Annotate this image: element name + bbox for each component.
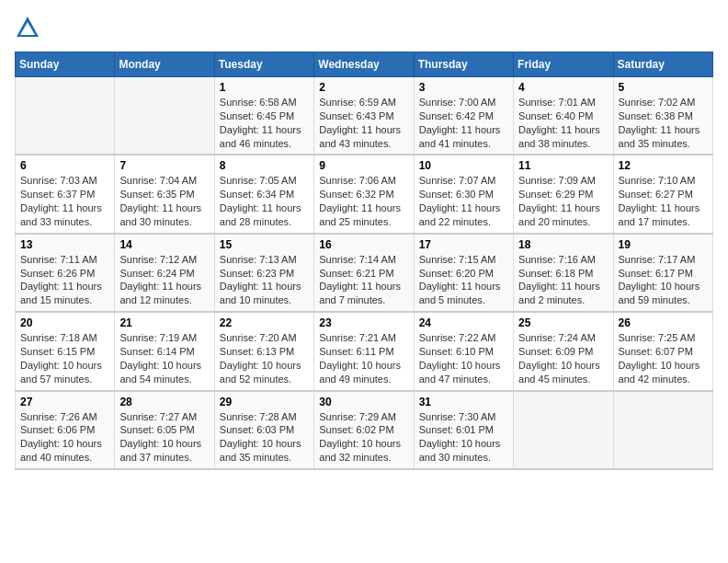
- header-row: SundayMondayTuesdayWednesdayThursdayFrid…: [16, 52, 713, 77]
- day-number: 12: [619, 159, 708, 172]
- calendar-cell: 4Sunrise: 7:01 AMSunset: 6:40 PMDaylight…: [514, 77, 613, 155]
- day-header-monday: Monday: [115, 52, 214, 77]
- calendar-cell: 11Sunrise: 7:09 AMSunset: 6:29 PMDayligh…: [514, 155, 613, 233]
- cell-content: Sunrise: 7:11 AMSunset: 6:26 PMDaylight:…: [20, 254, 102, 306]
- day-number: 27: [20, 396, 109, 408]
- day-header-saturday: Saturday: [613, 52, 712, 77]
- day-number: 21: [119, 316, 209, 329]
- cell-content: Sunrise: 7:21 AMSunset: 6:11 PMDaylight:…: [319, 332, 401, 385]
- day-number: 17: [419, 238, 508, 251]
- day-number: 11: [518, 159, 608, 172]
- day-number: 5: [619, 81, 708, 94]
- cell-content: Sunrise: 7:07 AMSunset: 6:30 PMDaylight:…: [419, 175, 501, 227]
- cell-content: Sunrise: 7:26 AMSunset: 6:06 PMDaylight:…: [20, 411, 102, 464]
- cell-content: Sunrise: 7:02 AMSunset: 6:38 PMDaylight:…: [619, 97, 700, 149]
- week-row-3: 13Sunrise: 7:11 AMSunset: 6:26 PMDayligh…: [16, 234, 713, 312]
- day-number: 28: [119, 396, 209, 408]
- calendar-cell: [613, 391, 712, 469]
- calendar-cell: 6Sunrise: 7:03 AMSunset: 6:37 PMDaylight…: [16, 155, 115, 233]
- calendar-header: SundayMondayTuesdayWednesdayThursdayFrid…: [16, 52, 713, 77]
- calendar-cell: 31Sunrise: 7:30 AMSunset: 6:01 PMDayligh…: [414, 391, 513, 469]
- calendar-cell: 16Sunrise: 7:14 AMSunset: 6:21 PMDayligh…: [314, 234, 414, 312]
- page-header: [15, 15, 713, 40]
- day-header-tuesday: Tuesday: [214, 52, 313, 77]
- calendar-cell: 20Sunrise: 7:18 AMSunset: 6:15 PMDayligh…: [16, 312, 115, 390]
- day-number: 25: [518, 316, 608, 329]
- calendar-cell: 22Sunrise: 7:20 AMSunset: 6:13 PMDayligh…: [214, 312, 313, 390]
- cell-content: Sunrise: 7:18 AMSunset: 6:15 PMDaylight:…: [20, 332, 102, 385]
- week-row-4: 20Sunrise: 7:18 AMSunset: 6:15 PMDayligh…: [16, 312, 713, 390]
- calendar-cell: 23Sunrise: 7:21 AMSunset: 6:11 PMDayligh…: [314, 312, 414, 390]
- calendar-table: SundayMondayTuesdayWednesdayThursdayFrid…: [15, 52, 713, 470]
- day-number: 3: [419, 81, 508, 94]
- calendar-cell: 7Sunrise: 7:04 AMSunset: 6:35 PMDaylight…: [115, 155, 214, 233]
- day-number: 1: [220, 81, 309, 94]
- cell-content: Sunrise: 7:05 AMSunset: 6:34 PMDaylight:…: [220, 175, 301, 227]
- cell-content: Sunrise: 7:10 AMSunset: 6:27 PMDaylight:…: [619, 175, 700, 227]
- calendar-cell: 24Sunrise: 7:22 AMSunset: 6:10 PMDayligh…: [414, 312, 513, 390]
- day-number: 29: [220, 396, 309, 408]
- day-number: 26: [619, 316, 708, 329]
- day-number: 6: [20, 159, 109, 172]
- day-header-friday: Friday: [514, 52, 613, 77]
- calendar-cell: 29Sunrise: 7:28 AMSunset: 6:03 PMDayligh…: [214, 391, 313, 469]
- day-number: 8: [220, 159, 309, 172]
- calendar-cell: 1Sunrise: 6:58 AMSunset: 6:45 PMDaylight…: [214, 77, 313, 155]
- cell-content: Sunrise: 7:04 AMSunset: 6:35 PMDaylight:…: [119, 175, 201, 227]
- day-number: 4: [518, 81, 608, 94]
- calendar-cell: 15Sunrise: 7:13 AMSunset: 6:23 PMDayligh…: [214, 234, 313, 312]
- calendar-cell: 28Sunrise: 7:27 AMSunset: 6:05 PMDayligh…: [115, 391, 214, 469]
- day-number: 9: [319, 159, 408, 172]
- cell-content: Sunrise: 7:19 AMSunset: 6:14 PMDaylight:…: [119, 332, 201, 385]
- calendar-cell: 8Sunrise: 7:05 AMSunset: 6:34 PMDaylight…: [214, 155, 313, 233]
- cell-content: Sunrise: 6:59 AMSunset: 6:43 PMDaylight:…: [319, 97, 401, 149]
- day-header-sunday: Sunday: [16, 52, 115, 77]
- cell-content: Sunrise: 7:14 AMSunset: 6:21 PMDaylight:…: [319, 254, 401, 306]
- cell-content: Sunrise: 7:03 AMSunset: 6:37 PMDaylight:…: [20, 175, 102, 227]
- day-number: 30: [319, 396, 408, 408]
- calendar-cell: 26Sunrise: 7:25 AMSunset: 6:07 PMDayligh…: [613, 312, 712, 390]
- day-number: 10: [419, 159, 508, 172]
- cell-content: Sunrise: 6:58 AMSunset: 6:45 PMDaylight:…: [220, 97, 301, 149]
- calendar-cell: 5Sunrise: 7:02 AMSunset: 6:38 PMDaylight…: [613, 77, 712, 155]
- day-number: 19: [619, 238, 708, 251]
- calendar-cell: 10Sunrise: 7:07 AMSunset: 6:30 PMDayligh…: [414, 155, 513, 233]
- day-header-thursday: Thursday: [414, 52, 513, 77]
- calendar-cell: 27Sunrise: 7:26 AMSunset: 6:06 PMDayligh…: [16, 391, 115, 469]
- day-number: 16: [319, 238, 408, 251]
- day-number: 2: [319, 81, 408, 94]
- calendar-cell: [514, 391, 613, 469]
- cell-content: Sunrise: 7:09 AMSunset: 6:29 PMDaylight:…: [518, 175, 600, 227]
- cell-content: Sunrise: 7:13 AMSunset: 6:23 PMDaylight:…: [220, 254, 301, 306]
- week-row-1: 1Sunrise: 6:58 AMSunset: 6:45 PMDaylight…: [16, 77, 713, 155]
- calendar-cell: 19Sunrise: 7:17 AMSunset: 6:17 PMDayligh…: [613, 234, 712, 312]
- week-row-2: 6Sunrise: 7:03 AMSunset: 6:37 PMDaylight…: [16, 155, 713, 233]
- cell-content: Sunrise: 7:22 AMSunset: 6:10 PMDaylight:…: [419, 332, 501, 385]
- calendar-cell: 13Sunrise: 7:11 AMSunset: 6:26 PMDayligh…: [16, 234, 115, 312]
- calendar-cell: 30Sunrise: 7:29 AMSunset: 6:02 PMDayligh…: [314, 391, 414, 469]
- day-number: 13: [20, 238, 109, 251]
- calendar-cell: 9Sunrise: 7:06 AMSunset: 6:32 PMDaylight…: [314, 155, 414, 233]
- cell-content: Sunrise: 7:17 AMSunset: 6:17 PMDaylight:…: [619, 254, 700, 306]
- day-number: 18: [518, 238, 608, 251]
- cell-content: Sunrise: 7:24 AMSunset: 6:09 PMDaylight:…: [518, 332, 600, 385]
- cell-content: Sunrise: 7:29 AMSunset: 6:02 PMDaylight:…: [319, 411, 401, 464]
- week-row-5: 27Sunrise: 7:26 AMSunset: 6:06 PMDayligh…: [16, 391, 713, 469]
- cell-content: Sunrise: 7:00 AMSunset: 6:42 PMDaylight:…: [419, 97, 501, 149]
- day-number: 24: [419, 316, 508, 329]
- cell-content: Sunrise: 7:15 AMSunset: 6:20 PMDaylight:…: [419, 254, 501, 306]
- cell-content: Sunrise: 7:28 AMSunset: 6:03 PMDaylight:…: [220, 411, 301, 464]
- calendar-cell: 21Sunrise: 7:19 AMSunset: 6:14 PMDayligh…: [115, 312, 214, 390]
- day-number: 7: [119, 159, 209, 172]
- calendar-cell: 18Sunrise: 7:16 AMSunset: 6:18 PMDayligh…: [514, 234, 613, 312]
- calendar-cell: 14Sunrise: 7:12 AMSunset: 6:24 PMDayligh…: [115, 234, 214, 312]
- logo: [15, 15, 44, 40]
- cell-content: Sunrise: 7:20 AMSunset: 6:13 PMDaylight:…: [220, 332, 301, 385]
- cell-content: Sunrise: 7:16 AMSunset: 6:18 PMDaylight:…: [518, 254, 600, 306]
- calendar-body: 1Sunrise: 6:58 AMSunset: 6:45 PMDaylight…: [16, 77, 713, 469]
- day-number: 22: [220, 316, 309, 329]
- cell-content: Sunrise: 7:27 AMSunset: 6:05 PMDaylight:…: [119, 411, 201, 464]
- calendar-cell: 2Sunrise: 6:59 AMSunset: 6:43 PMDaylight…: [314, 77, 414, 155]
- day-number: 23: [319, 316, 408, 329]
- logo-icon: [15, 15, 40, 40]
